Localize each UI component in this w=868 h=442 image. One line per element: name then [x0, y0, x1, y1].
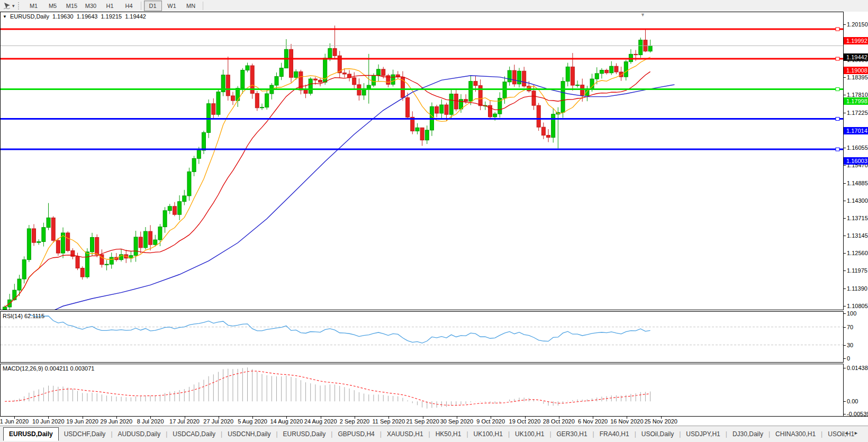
- macd-canvas[interactable]: [1, 364, 843, 416]
- chart-tab-CHINA300-H1[interactable]: CHINA300,H1: [770, 429, 821, 440]
- candle-body: [202, 132, 205, 150]
- timeframe-button-M1[interactable]: M1: [25, 1, 43, 11]
- price-badge-1.19008: 1.19008: [844, 67, 868, 74]
- chart-tab-UK100-H1[interactable]: UK100,H1: [468, 429, 508, 440]
- chart-tab-GBPUSD-H4[interactable]: GBPUSD,H4: [332, 429, 379, 440]
- chart-tab-DJ30-Daily[interactable]: DJ30,Daily: [727, 429, 768, 440]
- rsi-label: RSI(14) 62.1115: [3, 313, 44, 319]
- chart-tab-FRA40-H1[interactable]: FRA40,H1: [594, 429, 635, 440]
- hline-handle[interactable]: [836, 28, 839, 31]
- candle-body: [13, 290, 16, 300]
- candle-body: [163, 211, 167, 227]
- candle-body: [435, 106, 439, 113]
- chart-tab-XAUUSD-H1[interactable]: XAUUSD,H1: [382, 429, 429, 440]
- cursor-tool-icon[interactable]: [2, 1, 12, 11]
- tab-scroll-right-icon[interactable]: ►: [854, 430, 864, 436]
- hline-handle[interactable]: [836, 88, 839, 91]
- price-axis-tick: 1.14300: [847, 197, 868, 204]
- candle-body: [143, 231, 147, 248]
- candle-body: [294, 71, 298, 77]
- candle-body: [391, 75, 395, 84]
- candle-body: [595, 74, 599, 79]
- timeframe-button-M30[interactable]: M30: [82, 1, 100, 11]
- price-badge-1.17998: 1.17998: [844, 97, 868, 105]
- date-label: 28 Oct 2020: [543, 418, 575, 425]
- date-label: 21 Sep 2020: [406, 418, 439, 425]
- rsi-axis-tick: 70: [847, 324, 853, 330]
- chart-tabs: EURUSD,DailyUSDCHF,Daily|AUDUSD,Daily|US…: [0, 427, 860, 441]
- candle-body: [367, 85, 370, 88]
- macd-label: MACD(12,26,9) 0.004211 0.003071: [3, 365, 94, 372]
- collapse-triangle-icon[interactable]: ▼: [3, 14, 7, 19]
- chart-shift-marker-icon[interactable]: ▼: [640, 12, 645, 17]
- candle-body: [37, 241, 41, 242]
- chart-tab-UK100-H1[interactable]: UK100,H1: [510, 429, 549, 440]
- price-axis-tick: 1.16055: [847, 145, 868, 151]
- candle-body: [265, 94, 269, 107]
- candle-body: [518, 71, 521, 84]
- axis-tick-dash: [844, 24, 846, 25]
- candle-body: [3, 307, 7, 310]
- date-label: 30 Sep 2020: [440, 418, 473, 425]
- candle-body: [648, 46, 652, 51]
- candle-body: [80, 268, 84, 277]
- hline-handle[interactable]: [836, 57, 839, 60]
- date-label: 16 Nov 2020: [610, 418, 643, 425]
- candle-body: [420, 128, 424, 140]
- candle-body: [313, 79, 317, 80]
- axis-tick-dash: [844, 288, 846, 289]
- chart-tab-USOil-Daily[interactable]: USOil,Daily: [636, 429, 679, 440]
- dropdown-caret-icon[interactable]: ▾: [12, 3, 15, 8]
- axis-tick-dash: [844, 95, 846, 95]
- chart-tab-USDCNH-Daily[interactable]: USDCNH,Daily: [222, 429, 276, 440]
- chart-tab-GER30-H1[interactable]: GER30,H1: [551, 429, 593, 440]
- toolbar-separator: [203, 2, 203, 10]
- chart-tab-EURUSD-Daily[interactable]: EURUSD,Daily: [3, 427, 59, 441]
- price-axis-tick: 1.11390: [847, 285, 867, 292]
- price-axis-tick: 1.13145: [847, 232, 868, 239]
- candle-body: [95, 237, 99, 254]
- candle-body: [173, 206, 176, 214]
- chart-tab-USDJPY-H1[interactable]: USDJPY,H1: [681, 429, 725, 440]
- mt4-window: ▾ M1M5M15M30H1H4D1W1MN ▼ EURUSD,Daily 1.…: [0, 0, 868, 442]
- candle-body: [231, 96, 234, 101]
- hline-handle[interactable]: [836, 148, 839, 151]
- chart-tab-USDCHF-Daily[interactable]: USDCHF,Daily: [59, 429, 111, 440]
- chart-tab-USDCAD-Daily[interactable]: USDCAD,Daily: [167, 429, 221, 440]
- rsi-canvas[interactable]: [1, 312, 843, 362]
- chart-tab-AUDUSD-Daily[interactable]: AUDUSD,Daily: [113, 429, 166, 440]
- ma-medium: [5, 71, 650, 307]
- timeframe-button-MN[interactable]: MN: [182, 1, 200, 11]
- candle-body: [299, 71, 303, 90]
- toolbar-grip[interactable]: [18, 2, 21, 10]
- tab-scroll-left-icon[interactable]: ◄: [844, 430, 854, 436]
- candle-body: [91, 237, 94, 251]
- candle-body: [532, 91, 536, 105]
- chart-tab-HK50-H1[interactable]: HK50,H1: [430, 429, 467, 440]
- axis-tick-dash: [844, 165, 846, 166]
- candle-body: [425, 130, 429, 140]
- timeframe-button-M15[interactable]: M15: [63, 1, 81, 11]
- timeframe-button-H4[interactable]: H4: [120, 1, 138, 11]
- hline-handle[interactable]: [836, 118, 839, 121]
- rsi-panel: RSI(14) 62.1115: [0, 311, 844, 363]
- ohlc-low: 1.19215: [101, 13, 122, 20]
- candle-body: [493, 114, 497, 117]
- timeframe-button-M5[interactable]: M5: [44, 1, 62, 11]
- main-chart-canvas[interactable]: [1, 12, 843, 310]
- chart-tab-EURUSD-Daily[interactable]: EURUSD,Daily: [278, 429, 331, 440]
- candle-body: [178, 202, 182, 214]
- timeframe-button-D1[interactable]: D1: [144, 1, 162, 11]
- candle-body: [547, 136, 550, 138]
- timeframe-buttons: M1M5M15M30H1H4D1W1MN: [24, 1, 205, 11]
- ohlc-open: 1.19630: [52, 13, 74, 20]
- timeframe-button-W1[interactable]: W1: [163, 1, 181, 11]
- candle-body: [440, 105, 444, 113]
- axis-tick-dash: [844, 345, 846, 346]
- candle-body: [342, 73, 346, 74]
- cursor-tool-glyph: [3, 2, 11, 10]
- candle-body: [382, 69, 385, 76]
- date-label: 2 Sep 2020: [340, 418, 369, 425]
- candle-body: [32, 229, 36, 242]
- timeframe-button-H1[interactable]: H1: [101, 1, 119, 11]
